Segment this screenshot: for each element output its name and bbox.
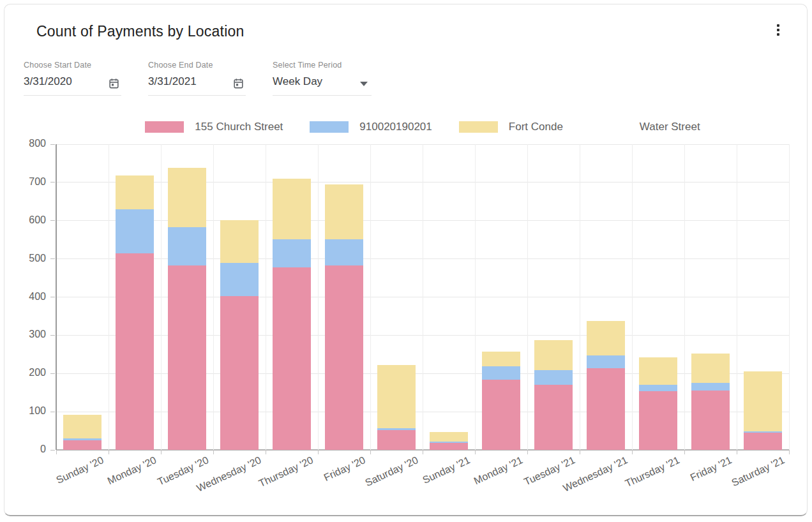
- bar-sunday-20-series-3[interactable]: [63, 415, 102, 438]
- calendar-icon[interactable]: [108, 77, 120, 92]
- bar-wednesday-20-series-2[interactable]: [220, 263, 259, 296]
- y-tick-mark: [50, 373, 55, 374]
- end-date-value[interactable]: 3/31/2021: [148, 75, 246, 88]
- x-tick-mark: [56, 450, 57, 454]
- bar-saturday-20-series-2[interactable]: [377, 428, 416, 429]
- time-period-select[interactable]: Select Time Period Week Day: [273, 61, 372, 88]
- bar-sunday-21-series-2[interactable]: [430, 442, 468, 443]
- gridline-x: [475, 144, 476, 450]
- bar-sunday-21-series-1[interactable]: [430, 443, 468, 450]
- bar-monday-21-series-3[interactable]: [482, 352, 520, 367]
- x-tick-mark: [109, 450, 109, 454]
- bar-thursday-20-series-1[interactable]: [273, 267, 311, 450]
- bar-friday-20-series-1[interactable]: [325, 265, 363, 450]
- bar-tuesday-20-series-1[interactable]: [168, 265, 206, 450]
- bar-sunday-20-series-1[interactable]: [63, 440, 102, 450]
- bar-wednesday-21-series-2[interactable]: [587, 355, 625, 369]
- bar-monday-20-series-1[interactable]: [116, 253, 154, 450]
- kebab-dot: [777, 24, 779, 27]
- x-tick-mark: [266, 450, 266, 454]
- legend-item-1[interactable]: 155 Church Street: [145, 121, 283, 133]
- bar-thursday-21-series-2[interactable]: [639, 385, 677, 392]
- bar-saturday-20-series-1[interactable]: [377, 430, 416, 450]
- y-tick-label: 400: [9, 291, 46, 302]
- x-tick-mark: [737, 450, 737, 454]
- time-period-label: Select Time Period: [273, 61, 372, 70]
- gridline-x: [737, 144, 737, 450]
- gridline-x: [580, 144, 580, 450]
- bar-saturday-21-series-1[interactable]: [744, 433, 782, 450]
- bar-sunday-20-series-2[interactable]: [63, 438, 102, 440]
- bar-friday-21-series-3[interactable]: [691, 354, 730, 384]
- bar-monday-21-series-2[interactable]: [482, 366, 520, 380]
- y-tick-label: 0: [9, 444, 46, 455]
- bar-wednesday-20-series-1[interactable]: [220, 296, 259, 450]
- bar-friday-21-series-1[interactable]: [691, 391, 730, 450]
- start-date-label: Choose Start Date: [24, 61, 121, 70]
- x-tick-mark: [527, 450, 528, 454]
- legend-label: Water Street: [640, 121, 700, 133]
- kebab-menu-button[interactable]: [771, 22, 785, 38]
- bar-saturday-21-series-2[interactable]: [744, 431, 782, 433]
- gridline-x: [266, 144, 266, 450]
- calendar-icon[interactable]: [232, 77, 244, 92]
- plot-area: [56, 144, 789, 450]
- gridline-x: [632, 144, 633, 450]
- legend-label: Fort Conde: [509, 121, 563, 133]
- bar-friday-20-series-2[interactable]: [325, 239, 363, 266]
- y-tick-mark: [50, 297, 55, 297]
- y-tick-mark: [50, 182, 55, 183]
- bar-tuesday-21-series-1[interactable]: [534, 385, 573, 450]
- bar-saturday-20-series-3[interactable]: [377, 365, 416, 429]
- legend-swatch-icon: [145, 121, 184, 133]
- dashboard-card-stage: Count of Payments by Location Choose Sta…: [0, 0, 812, 522]
- gridline-x: [527, 144, 528, 450]
- x-tick-mark: [789, 450, 790, 454]
- bar-monday-20-series-2[interactable]: [116, 209, 154, 253]
- gridline-x: [423, 144, 423, 450]
- bar-friday-20-series-3[interactable]: [325, 184, 363, 239]
- y-axis-line: [56, 144, 57, 450]
- y-tick-label: 600: [9, 214, 46, 226]
- legend-swatch-icon: [590, 121, 629, 133]
- bar-tuesday-21-series-2[interactable]: [534, 370, 573, 385]
- bar-monday-20-series-3[interactable]: [116, 175, 154, 209]
- bar-monday-21-series-1[interactable]: [482, 380, 520, 450]
- gridline-x: [161, 144, 162, 450]
- bar-wednesday-21-series-1[interactable]: [587, 368, 625, 450]
- gridline-x: [370, 144, 371, 450]
- y-tick-label: 300: [9, 329, 46, 340]
- time-period-value[interactable]: Week Day: [273, 75, 372, 88]
- bar-wednesday-21-series-3[interactable]: [587, 321, 625, 355]
- y-tick-label: 800: [9, 138, 46, 149]
- x-tick-mark: [423, 450, 423, 454]
- field-underline: [273, 95, 372, 96]
- end-date-field[interactable]: Choose End Date 3/31/2021: [148, 61, 246, 88]
- legend-swatch-icon: [310, 121, 349, 133]
- y-tick-mark: [50, 335, 55, 336]
- bar-thursday-20-series-2[interactable]: [273, 239, 311, 268]
- y-tick-label: 200: [9, 367, 46, 378]
- page-title: Count of Payments by Location: [36, 23, 244, 40]
- start-date-field[interactable]: Choose Start Date 3/31/2020: [24, 61, 121, 88]
- x-tick-mark: [475, 450, 476, 454]
- legend-item-4[interactable]: Water Street: [590, 121, 700, 133]
- dropdown-caret-icon[interactable]: [360, 82, 368, 86]
- bar-thursday-20-series-3[interactable]: [273, 179, 311, 239]
- start-date-value[interactable]: 3/31/2020: [24, 75, 121, 88]
- bar-thursday-21-series-3[interactable]: [639, 357, 677, 385]
- legend-item-2[interactable]: 910020190201: [310, 121, 432, 133]
- legend-item-3[interactable]: Fort Conde: [459, 121, 563, 133]
- bar-thursday-21-series-1[interactable]: [639, 391, 677, 450]
- bar-tuesday-21-series-3[interactable]: [534, 340, 573, 371]
- bar-tuesday-20-series-2[interactable]: [168, 227, 206, 265]
- bar-tuesday-20-series-3[interactable]: [168, 168, 206, 227]
- x-tick-mark: [370, 450, 371, 454]
- bar-saturday-21-series-3[interactable]: [744, 371, 782, 431]
- field-underline: [148, 95, 246, 96]
- bar-friday-21-series-2[interactable]: [691, 383, 730, 391]
- x-tick-mark: [632, 450, 633, 454]
- bar-sunday-21-series-3[interactable]: [430, 432, 468, 442]
- end-date-label: Choose End Date: [148, 61, 246, 70]
- bar-wednesday-20-series-3[interactable]: [220, 220, 259, 263]
